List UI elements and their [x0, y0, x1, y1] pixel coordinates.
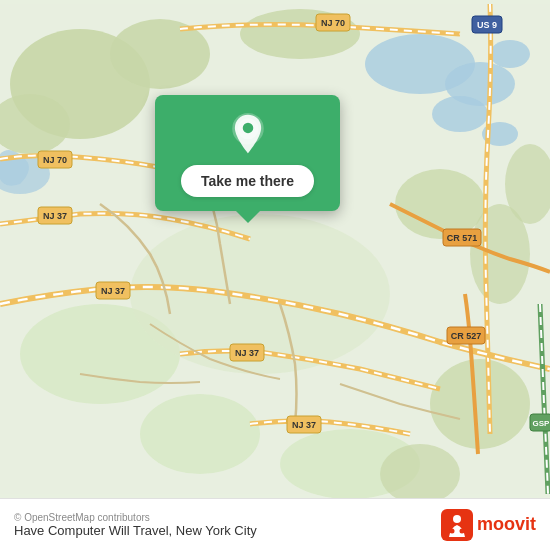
moovit-brand-text: moovit	[477, 514, 536, 535]
svg-point-4	[490, 40, 530, 68]
location-pin-icon	[227, 113, 269, 155]
svg-point-46	[459, 528, 464, 533]
bottom-bar: © OpenStreetMap contributors Have Comput…	[0, 498, 550, 550]
svg-text:NJ 70: NJ 70	[321, 18, 345, 28]
svg-text:NJ 37: NJ 37	[235, 348, 259, 358]
svg-text:US 9: US 9	[477, 20, 497, 30]
svg-text:CR 571: CR 571	[447, 233, 478, 243]
moovit-icon	[441, 509, 473, 541]
popup-card[interactable]: Take me there	[155, 95, 340, 211]
bottom-left: © OpenStreetMap contributors Have Comput…	[14, 512, 257, 538]
svg-point-44	[453, 515, 461, 523]
svg-text:NJ 37: NJ 37	[292, 420, 316, 430]
svg-text:CR 527: CR 527	[451, 331, 482, 341]
svg-text:NJ 70: NJ 70	[43, 155, 67, 165]
take-me-there-button[interactable]: Take me there	[181, 165, 314, 197]
svg-point-3	[432, 96, 488, 132]
location-name: Have Computer Will Travel, New York City	[14, 523, 257, 538]
svg-point-15	[140, 394, 260, 474]
svg-point-42	[242, 123, 253, 134]
moovit-logo: moovit	[441, 509, 536, 541]
copyright-text: © OpenStreetMap contributors	[14, 512, 257, 523]
app: NJ 70 US 9 NJ 70 NJ 37 CR 571 NJ 37 NJ 3…	[0, 0, 550, 550]
svg-text:NJ 37: NJ 37	[101, 286, 125, 296]
svg-text:NJ 37: NJ 37	[43, 211, 67, 221]
svg-point-17	[430, 359, 530, 449]
map-svg: NJ 70 US 9 NJ 70 NJ 37 CR 571 NJ 37 NJ 3…	[0, 0, 550, 498]
svg-text:GSP: GSP	[533, 419, 550, 428]
map-container: NJ 70 US 9 NJ 70 NJ 37 CR 571 NJ 37 NJ 3…	[0, 0, 550, 498]
svg-point-45	[449, 528, 454, 533]
